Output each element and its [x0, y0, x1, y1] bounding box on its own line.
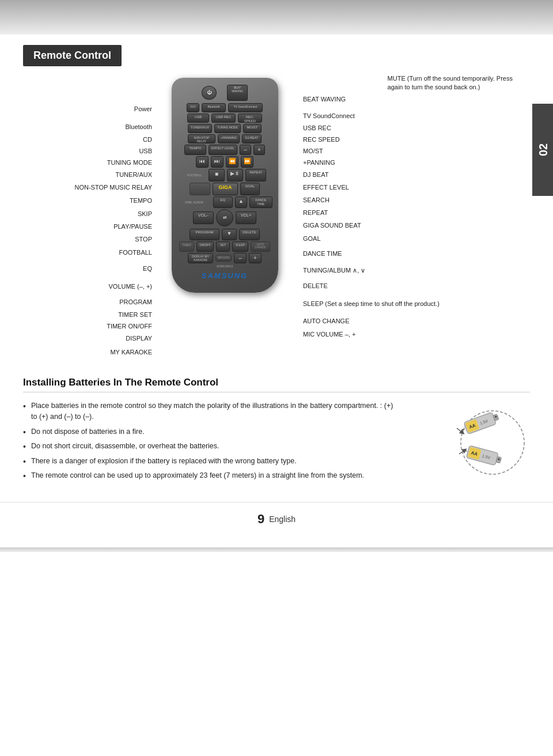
label-usb: USB — [23, 145, 156, 157]
goal-button[interactable]: GOAL — [240, 183, 260, 195]
label-tuning-mode: TUNING MODE — [23, 157, 156, 168]
rew-button[interactable]: ⏪ — [226, 156, 238, 168]
bluetooth-button[interactable]: Bluetooth — [202, 103, 226, 112]
usb-rec-button[interactable]: USB REC — [211, 114, 236, 123]
label-bluetooth: Bluetooth — [23, 120, 156, 134]
mic-label: MIC\nVOL — [215, 255, 232, 261]
label-my-karaoke: MY KARAOKE — [23, 345, 156, 360]
label-rec-speed: REC SPEED — [300, 134, 444, 146]
footer-language: English — [269, 515, 296, 524]
dance-time-button[interactable]: DANCETIME — [249, 196, 272, 208]
repeat-button[interactable]: REPEAT — [245, 169, 266, 182]
label-non-stop: NON-STOP MUSIC RELAY — [23, 181, 156, 194]
label-eq: EQ — [23, 259, 156, 278]
sleep-button[interactable]: SLEEP — [232, 241, 248, 252]
mo-st-button[interactable]: MO/ST — [243, 124, 262, 133]
stop-button[interactable]: ■ — [209, 169, 225, 182]
play-pause-button[interactable]: ▶⏸ — [227, 169, 243, 182]
timer-onoff-button[interactable]: ON/OFF — [196, 241, 214, 252]
usb-button[interactable]: USB — [187, 114, 209, 123]
up-button[interactable]: ▲ — [235, 196, 248, 208]
label-delete: DELETE — [300, 279, 444, 293]
program-button[interactable]: PROGRAM — [190, 229, 219, 240]
label-stop: STOP — [23, 233, 156, 245]
remote-model: AH59-02613 — [177, 264, 272, 268]
samsung-logo: SAMSUNG — [177, 271, 272, 280]
label-timer-onoff: TIMER ON/OFF — [23, 320, 156, 332]
label-play-pause: PLAY/PAUSE — [23, 220, 156, 233]
vol-minus-button[interactable]: VOL– — [193, 211, 214, 224]
label-mo-st: MO/ST — [300, 146, 444, 157]
right-labels-column: BEAT WAVING TV SoundConnect USB REC REC … — [294, 72, 444, 360]
tempo-button[interactable]: TEMPO — [184, 145, 206, 155]
rec-speed-button[interactable]: REC-SPEED — [238, 114, 262, 123]
label-mic-volume: MIC VOLUME –, + — [300, 328, 444, 342]
bullet-1: Place batteries in the remote control so… — [23, 400, 397, 423]
bullets-column: Place batteries in the remote control so… — [23, 400, 397, 485]
timer-label-sm: TIMER — [179, 241, 194, 252]
page-title: Remote Control — [23, 45, 122, 66]
vol-plus-button[interactable]: VOL+ — [236, 211, 256, 224]
down-button[interactable]: ▼ — [222, 229, 237, 240]
bullet-4: There is a danger of explosion if the ba… — [23, 456, 397, 467]
label-tuning-album: TUNING/ALBUM ∧, ∨ — [300, 262, 444, 279]
power-button[interactable]: ⏻ — [202, 86, 217, 100]
label-dj-beat: DJ BEAT — [300, 169, 444, 182]
tuning-mode-button[interactable]: TUNING MODE — [214, 124, 241, 133]
dj-beat-button[interactable]: DJ-BEAT — [242, 134, 262, 143]
label-giga-sound: GIGA SOUND BEAT — [300, 220, 444, 232]
label-search: SEARCH — [300, 194, 444, 207]
label-display: DISPLAY — [23, 332, 156, 345]
tuner-aux-button[interactable]: TUNER/AUX — [188, 124, 212, 133]
panning-button[interactable]: +PANNING — [218, 134, 240, 143]
installing-title: Installing Batteries In The Remote Contr… — [23, 377, 530, 392]
auto-change-label: AUTO CHANGE — [251, 241, 270, 252]
battery-illustration-column: AA 1.5V + – AA 1.5V — [415, 400, 530, 485]
label-volume: VOLUME (–, +) — [23, 278, 156, 295]
mic-plus-button[interactable]: + — [249, 253, 262, 263]
label-football: FOOTBALL — [23, 245, 156, 259]
beat-waving-button[interactable]: BEATWAVING — [227, 85, 248, 101]
label-dance-time: DANCE TIME — [300, 246, 444, 262]
tv-sound-button[interactable]: TV SoundConnect — [228, 103, 263, 112]
label-tv-sound: TV SoundConnect — [300, 110, 444, 123]
installing-batteries-section: Installing Batteries In The Remote Contr… — [0, 360, 553, 496]
label-panning: +PANNING — [300, 157, 444, 169]
label-auto-change: AUTO CHANGE — [300, 315, 444, 328]
ffw-button[interactable]: ⏩ — [241, 156, 253, 168]
bottom-content: Place batteries in the remote control so… — [23, 400, 530, 485]
label-goal: GOAL — [300, 232, 444, 246]
bottom-bar — [0, 547, 553, 552]
footer: 9 English — [0, 502, 553, 536]
page-number: 9 — [257, 512, 264, 527]
label-cd: CD — [23, 134, 156, 145]
football-left[interactable] — [190, 183, 210, 195]
label-repeat: REPEAT — [300, 207, 444, 220]
giga-button[interactable]: GIGA — [213, 183, 238, 195]
label-beat-waving: BEAT WAVING — [300, 89, 444, 110]
set-button[interactable]: SET — [216, 241, 230, 252]
label-effect-level: EFFECT LEVEL — [300, 182, 444, 194]
plus-button[interactable]: + — [253, 145, 265, 155]
minus-button[interactable]: – — [240, 145, 251, 155]
remote-body: ⏻ BEATWAVING GO Bluetooth TV SoundConnec… — [172, 78, 278, 293]
go-button[interactable]: GO — [187, 103, 199, 112]
label-usb-rec: USB REC — [300, 123, 444, 134]
label-skip: SKIP — [23, 207, 156, 220]
label-tempo: TEMPO — [23, 194, 156, 207]
label-program: PROGRAM — [23, 295, 156, 309]
next-button[interactable]: ⏭ — [211, 156, 224, 168]
prev-button[interactable]: ⏮ — [196, 156, 209, 168]
label-sleep: SLEEP (Set a sleep time to shut off the … — [300, 293, 444, 315]
bullet-5: The remote control can be used up to app… — [23, 470, 397, 481]
non-stop-button[interactable]: NON-STOP RELAY — [188, 134, 215, 143]
effect-level-button[interactable]: EFFECT LEVEL — [209, 145, 237, 155]
nav-center-button[interactable]: ⇄ — [216, 209, 233, 226]
eq-button[interactable]: EQ — [213, 196, 232, 208]
label-power: Power — [23, 98, 156, 120]
delete-button[interactable]: DELETE — [239, 229, 260, 240]
mic-minus-button[interactable]: – — [234, 253, 247, 263]
top-bar — [0, 0, 553, 35]
battery-illustration: AA 1.5V + – AA 1.5V — [418, 405, 527, 480]
display-karaoke-button[interactable]: DISPLAY MY KARAOKE — [188, 253, 213, 263]
